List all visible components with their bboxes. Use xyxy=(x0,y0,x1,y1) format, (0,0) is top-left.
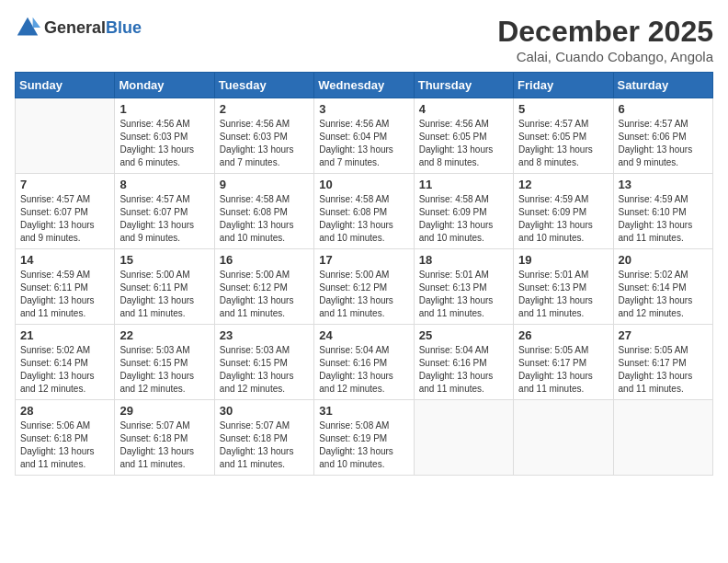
calendar-cell xyxy=(16,98,115,174)
day-number: 8 xyxy=(119,178,209,191)
calendar-cell: 6Sunrise: 4:57 AM Sunset: 6:06 PM Daylig… xyxy=(613,98,712,174)
day-info: Sunrise: 4:59 AM Sunset: 6:10 PM Dayligh… xyxy=(619,193,708,245)
calendar-cell: 28Sunrise: 5:06 AM Sunset: 6:18 PM Dayli… xyxy=(16,400,115,476)
calendar-cell: 23Sunrise: 5:03 AM Sunset: 6:15 PM Dayli… xyxy=(214,325,313,400)
day-info: Sunrise: 5:02 AM Sunset: 6:14 PM Dayligh… xyxy=(619,269,708,320)
calendar-cell: 31Sunrise: 5:08 AM Sunset: 6:19 PM Dayli… xyxy=(314,400,414,476)
header-cell-tuesday: Tuesday xyxy=(214,73,313,98)
calendar-cell xyxy=(414,400,513,476)
day-info: Sunrise: 5:00 AM Sunset: 6:12 PM Dayligh… xyxy=(220,269,309,320)
calendar-cell: 14Sunrise: 4:59 AM Sunset: 6:11 PM Dayli… xyxy=(16,249,115,325)
day-info: Sunrise: 4:56 AM Sunset: 6:04 PM Dayligh… xyxy=(319,118,408,169)
calendar-cell: 8Sunrise: 4:57 AM Sunset: 6:07 PM Daylig… xyxy=(115,174,214,249)
day-info: Sunrise: 5:00 AM Sunset: 6:11 PM Dayligh… xyxy=(119,269,209,320)
day-number: 9 xyxy=(220,178,309,191)
day-number: 20 xyxy=(619,253,708,267)
calendar-cell: 27Sunrise: 5:05 AM Sunset: 6:17 PM Dayli… xyxy=(613,325,712,400)
day-number: 7 xyxy=(20,178,109,191)
calendar-cell: 22Sunrise: 5:03 AM Sunset: 6:15 PM Dayli… xyxy=(115,325,214,400)
calendar-week-row: 28Sunrise: 5:06 AM Sunset: 6:18 PM Dayli… xyxy=(16,400,713,476)
day-number: 18 xyxy=(419,253,508,267)
day-info: Sunrise: 5:04 AM Sunset: 6:16 PM Dayligh… xyxy=(319,344,408,396)
calendar-cell: 26Sunrise: 5:05 AM Sunset: 6:17 PM Dayli… xyxy=(514,325,613,400)
calendar-week-row: 14Sunrise: 4:59 AM Sunset: 6:11 PM Dayli… xyxy=(16,249,713,325)
day-number: 11 xyxy=(419,178,508,191)
day-info: Sunrise: 5:02 AM Sunset: 6:14 PM Dayligh… xyxy=(20,344,109,396)
header-cell-friday: Friday xyxy=(514,73,613,98)
day-number: 27 xyxy=(619,328,708,342)
calendar-cell: 15Sunrise: 5:00 AM Sunset: 6:11 PM Dayli… xyxy=(115,249,214,325)
day-number: 17 xyxy=(319,253,408,267)
day-number: 25 xyxy=(419,328,508,342)
calendar-cell: 30Sunrise: 5:07 AM Sunset: 6:18 PM Dayli… xyxy=(214,400,313,476)
day-number: 22 xyxy=(119,328,209,342)
day-info: Sunrise: 4:59 AM Sunset: 6:09 PM Dayligh… xyxy=(518,193,608,245)
calendar-cell: 9Sunrise: 4:58 AM Sunset: 6:08 PM Daylig… xyxy=(214,174,313,249)
day-info: Sunrise: 4:58 AM Sunset: 6:08 PM Dayligh… xyxy=(319,193,408,245)
calendar-cell: 13Sunrise: 4:59 AM Sunset: 6:10 PM Dayli… xyxy=(613,174,712,249)
day-number: 29 xyxy=(119,404,209,418)
calendar-body: 1Sunrise: 4:56 AM Sunset: 6:03 PM Daylig… xyxy=(16,98,713,476)
calendar-week-row: 1Sunrise: 4:56 AM Sunset: 6:03 PM Daylig… xyxy=(16,98,713,174)
day-number: 28 xyxy=(20,404,109,418)
day-info: Sunrise: 4:57 AM Sunset: 6:07 PM Dayligh… xyxy=(119,193,209,245)
logo-icon xyxy=(15,15,40,40)
calendar-cell: 11Sunrise: 4:58 AM Sunset: 6:09 PM Dayli… xyxy=(414,174,513,249)
day-info: Sunrise: 5:05 AM Sunset: 6:17 PM Dayligh… xyxy=(619,344,708,396)
calendar-cell: 7Sunrise: 4:57 AM Sunset: 6:07 PM Daylig… xyxy=(16,174,115,249)
calendar-cell: 18Sunrise: 5:01 AM Sunset: 6:13 PM Dayli… xyxy=(414,249,513,325)
calendar-cell: 16Sunrise: 5:00 AM Sunset: 6:12 PM Dayli… xyxy=(214,249,313,325)
day-number: 30 xyxy=(220,404,309,418)
calendar-week-row: 21Sunrise: 5:02 AM Sunset: 6:14 PM Dayli… xyxy=(16,325,713,400)
day-number: 13 xyxy=(619,178,708,191)
day-number: 5 xyxy=(518,102,608,116)
day-number: 10 xyxy=(319,178,408,191)
day-number: 24 xyxy=(319,328,408,342)
calendar-cell: 24Sunrise: 5:04 AM Sunset: 6:16 PM Dayli… xyxy=(314,325,414,400)
day-number: 12 xyxy=(518,178,608,191)
day-number: 21 xyxy=(20,328,109,342)
calendar-cell: 2Sunrise: 4:56 AM Sunset: 6:03 PM Daylig… xyxy=(214,98,313,174)
subtitle: Calai, Cuando Cobango, Angola xyxy=(497,49,713,64)
calendar-week-row: 7Sunrise: 4:57 AM Sunset: 6:07 PM Daylig… xyxy=(16,174,713,249)
month-title: December 2025 xyxy=(497,15,713,49)
day-info: Sunrise: 5:01 AM Sunset: 6:13 PM Dayligh… xyxy=(419,269,508,320)
calendar-cell: 25Sunrise: 5:04 AM Sunset: 6:16 PM Dayli… xyxy=(414,325,513,400)
day-info: Sunrise: 4:57 AM Sunset: 6:06 PM Dayligh… xyxy=(619,118,708,169)
day-number: 23 xyxy=(220,328,309,342)
day-number: 31 xyxy=(319,404,408,418)
day-info: Sunrise: 5:07 AM Sunset: 6:18 PM Dayligh… xyxy=(119,419,209,471)
header-cell-saturday: Saturday xyxy=(613,73,712,98)
day-info: Sunrise: 5:07 AM Sunset: 6:18 PM Dayligh… xyxy=(220,419,309,471)
day-number: 2 xyxy=(220,102,309,116)
day-info: Sunrise: 5:06 AM Sunset: 6:18 PM Dayligh… xyxy=(20,419,109,471)
day-number: 6 xyxy=(619,102,708,116)
svg-marker-1 xyxy=(33,17,40,28)
day-number: 19 xyxy=(518,253,608,267)
day-info: Sunrise: 4:57 AM Sunset: 6:07 PM Dayligh… xyxy=(20,193,109,245)
calendar-cell: 10Sunrise: 4:58 AM Sunset: 6:08 PM Dayli… xyxy=(314,174,414,249)
calendar-cell: 1Sunrise: 4:56 AM Sunset: 6:03 PM Daylig… xyxy=(115,98,214,174)
page-header: GeneralBlue December 2025 Calai, Cuando … xyxy=(15,15,713,64)
day-info: Sunrise: 4:58 AM Sunset: 6:09 PM Dayligh… xyxy=(419,193,508,245)
day-info: Sunrise: 5:03 AM Sunset: 6:15 PM Dayligh… xyxy=(220,344,309,396)
day-number: 14 xyxy=(20,253,109,267)
day-number: 4 xyxy=(419,102,508,116)
day-info: Sunrise: 4:58 AM Sunset: 6:08 PM Dayligh… xyxy=(220,193,309,245)
day-info: Sunrise: 5:04 AM Sunset: 6:16 PM Dayligh… xyxy=(419,344,508,396)
day-info: Sunrise: 5:00 AM Sunset: 6:12 PM Dayligh… xyxy=(319,269,408,320)
title-area: December 2025 Calai, Cuando Cobango, Ang… xyxy=(497,15,713,64)
day-info: Sunrise: 4:56 AM Sunset: 6:03 PM Dayligh… xyxy=(220,118,309,169)
day-number: 15 xyxy=(119,253,209,267)
day-info: Sunrise: 5:03 AM Sunset: 6:15 PM Dayligh… xyxy=(119,344,209,396)
calendar-cell: 17Sunrise: 5:00 AM Sunset: 6:12 PM Dayli… xyxy=(314,249,414,325)
day-info: Sunrise: 4:56 AM Sunset: 6:05 PM Dayligh… xyxy=(419,118,508,169)
calendar-cell: 5Sunrise: 4:57 AM Sunset: 6:05 PM Daylig… xyxy=(514,98,613,174)
header-cell-thursday: Thursday xyxy=(414,73,513,98)
header-cell-sunday: Sunday xyxy=(16,73,115,98)
calendar-cell xyxy=(613,400,712,476)
day-number: 3 xyxy=(319,102,408,116)
calendar-header: SundayMondayTuesdayWednesdayThursdayFrid… xyxy=(16,73,713,98)
calendar-cell: 12Sunrise: 4:59 AM Sunset: 6:09 PM Dayli… xyxy=(514,174,613,249)
calendar-table: SundayMondayTuesdayWednesdayThursdayFrid… xyxy=(15,72,713,476)
